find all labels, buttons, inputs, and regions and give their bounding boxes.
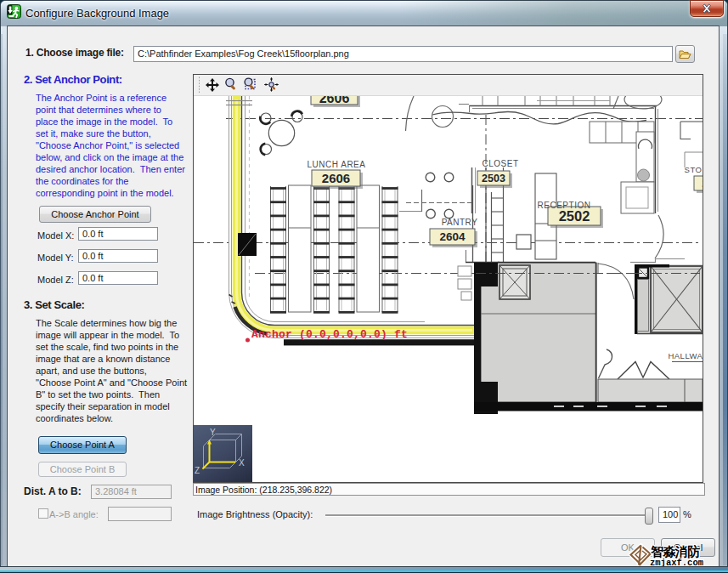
svg-text:HALLWAY: HALLWAY [668, 351, 703, 360]
svg-text:2606: 2606 [322, 171, 350, 185]
svg-text:Anchor (0.0,0.0,0.0) ft: Anchor (0.0,0.0,0.0) ft [251, 328, 408, 341]
svg-text:Y: Y [210, 428, 216, 437]
svg-text:STO: STO [685, 165, 703, 174]
svg-text:LUNCH AREA: LUNCH AREA [308, 160, 366, 169]
svg-text:X: X [239, 458, 245, 468]
svg-text:Z: Z [195, 466, 200, 475]
svg-text:CLOSET: CLOSET [482, 159, 518, 168]
svg-text:PANTRY: PANTRY [442, 218, 478, 227]
svg-text:2502: 2502 [559, 208, 590, 224]
svg-text:2606: 2606 [319, 96, 350, 105]
svg-text:RECEPTION: RECEPTION [538, 201, 591, 210]
svg-text:2604: 2604 [439, 230, 466, 243]
svg-text:2503: 2503 [482, 173, 505, 184]
